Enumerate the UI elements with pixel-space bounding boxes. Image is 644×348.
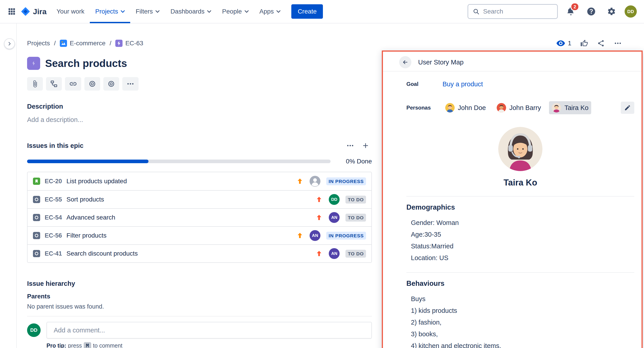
issue-summary-link[interactable]: Advanced search: [66, 214, 115, 221]
breadcrumb-issue[interactable]: EC-63: [115, 40, 143, 47]
behaviour-item: Buys: [411, 293, 634, 305]
quick-actions: [27, 77, 372, 91]
issue-key-link[interactable]: EC-54: [45, 214, 62, 221]
app-switcher-button[interactable]: [4, 4, 19, 19]
like-button[interactable]: [577, 38, 591, 49]
title-row: Search products: [27, 57, 372, 70]
notifications: 2: [564, 4, 578, 19]
issue-summary-link[interactable]: Filter products: [66, 232, 106, 239]
breadcrumb-issue-key[interactable]: EC-63: [125, 40, 143, 47]
progress-done-label: 0% Done: [346, 158, 372, 165]
issue-row[interactable]: EC-41 Search discount products AN TO DO: [28, 244, 372, 262]
thumbs-up-icon: [580, 39, 588, 47]
persona-chip-john-doe[interactable]: John Doe: [442, 101, 488, 114]
status-badge[interactable]: TO DO: [346, 214, 366, 222]
epic-more-button[interactable]: [344, 140, 356, 152]
demographics-list: Gender: Woman Age:30-35 Status:Married L…: [411, 217, 634, 264]
comment-area: DD Add a comment...: [27, 322, 372, 339]
user-avatar[interactable]: DD: [624, 5, 637, 17]
watch-button[interactable]: 1: [553, 38, 574, 49]
status-badge[interactable]: IN PROGRESS: [326, 177, 366, 185]
more-quick-actions-button[interactable]: [122, 77, 138, 91]
priority-up-icon: [315, 196, 323, 203]
assignee-avatar[interactable]: DD: [329, 194, 340, 205]
issue-summary-link[interactable]: List products updated: [66, 177, 127, 185]
persona-avatar: [497, 103, 506, 113]
nav-item-your-work[interactable]: Your work: [51, 0, 90, 23]
paperclip-icon: [31, 80, 39, 88]
issue-summary-link[interactable]: Search discount products: [66, 250, 138, 257]
breadcrumb-separator: /: [110, 40, 112, 47]
comment-input[interactable]: Add a comment...: [46, 322, 372, 339]
jira-logo-icon: [21, 7, 30, 16]
link-issue-button[interactable]: [65, 77, 81, 91]
add-child-issue-button[interactable]: [46, 77, 62, 91]
behaviours-heading: Behaviours: [406, 280, 634, 288]
persona-profile: Taira Ko: [406, 127, 634, 187]
panel-body: Goal Buy a product Personas John Doe: [383, 71, 642, 348]
add-issue-button[interactable]: [359, 140, 372, 152]
breadcrumb-project[interactable]: E-commerce: [60, 40, 106, 47]
demographic-item: Age:30-35: [411, 228, 634, 240]
breadcrumb-separator: /: [54, 40, 56, 47]
jira-logo[interactable]: Jira: [19, 7, 51, 16]
project-avatar-icon: [60, 40, 67, 47]
assignee-avatar[interactable]: AN: [329, 248, 340, 259]
help-button[interactable]: [584, 4, 598, 19]
issue-key-link[interactable]: EC-56: [45, 232, 62, 239]
assignee-avatar[interactable]: [310, 176, 320, 187]
search-input[interactable]: [483, 8, 552, 15]
breadcrumb-project-name[interactable]: E-commerce: [70, 40, 106, 47]
edit-personas-button[interactable]: [621, 102, 634, 114]
pencil-icon: [624, 104, 631, 111]
attach-button[interactable]: [27, 77, 43, 91]
panel-divider: [406, 272, 634, 273]
breadcrumb-row: Projects / E-commerce / EC-63 1: [0, 23, 644, 49]
content-area: Projects / E-commerce / EC-63 1: [0, 23, 644, 348]
issue-key-link[interactable]: EC-41: [45, 250, 62, 257]
search-box: [468, 4, 558, 19]
nav-item-apps[interactable]: Apps: [254, 0, 286, 23]
description-heading: Description: [27, 103, 372, 110]
more-actions-button[interactable]: [610, 37, 625, 49]
issue-key-link[interactable]: EC-20: [45, 178, 62, 185]
nav-item-dashboards[interactable]: Dashboards: [165, 0, 216, 23]
status-badge[interactable]: TO DO: [346, 196, 366, 203]
persona-chip-taira-ko[interactable]: Taira Ko: [549, 101, 591, 114]
plus-icon: [362, 142, 370, 150]
target-button[interactable]: [84, 77, 100, 91]
epic-bolt-icon: [31, 60, 36, 66]
assignee-avatar[interactable]: AN: [310, 230, 320, 241]
issue-row[interactable]: EC-20 List products updated IN PROGRESS: [28, 172, 372, 190]
demographics-heading: Demographics: [406, 203, 634, 211]
scope-button[interactable]: [103, 77, 119, 91]
back-button[interactable]: [399, 56, 411, 68]
issue-summary-link[interactable]: Sort products: [66, 196, 104, 203]
persona-chip-john-barry[interactable]: John Barry: [494, 101, 544, 114]
create-button[interactable]: Create: [291, 4, 323, 19]
goal-link[interactable]: Buy a product: [442, 80, 483, 88]
issue-row[interactable]: EC-55 Sort products DD TO DO: [28, 190, 372, 208]
expand-sidebar-button[interactable]: [4, 38, 15, 49]
person-icon: [310, 176, 320, 187]
status-badge[interactable]: IN PROGRESS: [326, 232, 366, 240]
chevron-down-icon: [121, 10, 125, 13]
behaviour-item: 4) kitchen and electronic items.: [411, 340, 634, 348]
share-button[interactable]: [594, 38, 608, 49]
settings-button[interactable]: [604, 4, 619, 19]
issue-key-link[interactable]: EC-55: [45, 196, 62, 203]
persona-portrait: [498, 127, 542, 171]
nav-item-projects[interactable]: Projects: [90, 0, 130, 23]
issue-row[interactable]: EC-56 Filter products AN IN PROGRESS: [28, 226, 372, 244]
nav-item-people[interactable]: People: [216, 0, 254, 23]
jira-wordmark: Jira: [33, 7, 47, 16]
goal-row: Goal Buy a product: [406, 79, 634, 89]
issue-row[interactable]: EC-54 Advanced search AN TO DO: [28, 208, 372, 226]
description-placeholder[interactable]: Add a description...: [27, 116, 372, 124]
personas-row: Personas John Doe John Barry: [406, 101, 634, 114]
assignee-avatar[interactable]: AN: [329, 212, 340, 223]
status-badge[interactable]: TO DO: [346, 250, 366, 258]
panel-title: User Story Map: [418, 59, 464, 66]
nav-item-filters[interactable]: Filters: [130, 0, 165, 23]
breadcrumb-projects[interactable]: Projects: [27, 40, 50, 47]
